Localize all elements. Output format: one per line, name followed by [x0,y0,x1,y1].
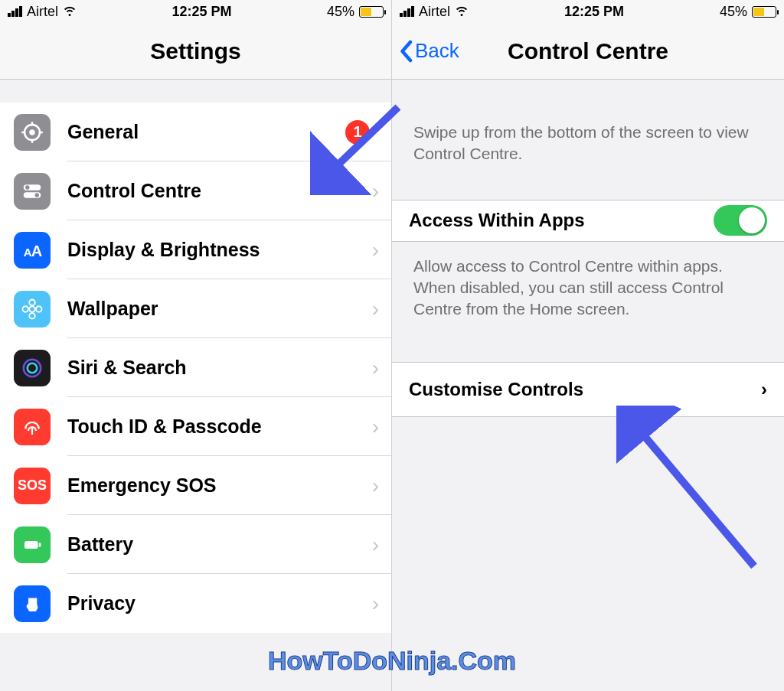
svg-point-16 [36,306,42,312]
customise-controls-row[interactable]: Customise Controls › [392,362,784,417]
chevron-right-icon: › [372,238,379,262]
watermark-text: HowToDoNinja.Com [0,646,784,676]
text-size-icon: AA [14,232,51,269]
svg-point-1 [29,129,35,135]
settings-row-battery[interactable]: Battery › [0,515,391,574]
swipe-description: Swipe up from the bottom of the screen t… [392,80,784,200]
battery-full-icon [14,526,51,563]
settings-row-touchid[interactable]: Touch ID & Passcode › [0,397,391,456]
chevron-right-icon: › [372,474,379,498]
svg-text:A: A [31,242,42,259]
back-button[interactable]: Back [398,23,459,79]
svg-point-12 [29,306,35,312]
page-title: Settings [150,38,240,64]
svg-point-14 [29,313,35,319]
control-centre-screen: Airtel 12:25 PM 45% Back Control Centre … [392,0,784,691]
chevron-right-icon: › [372,356,379,380]
access-description: Allow access to Control Centre within ap… [392,242,784,339]
cell-signal-icon [400,6,414,17]
svg-point-18 [28,363,38,373]
row-label: General [67,121,345,143]
battery-percent: 45% [327,4,354,20]
svg-point-17 [24,359,41,376]
battery-icon [752,6,776,18]
access-label: Access Within Apps [409,210,714,231]
back-label: Back [415,39,459,63]
battery-icon [359,6,384,18]
settings-row-emergency[interactable]: SOS Emergency SOS › [0,456,391,515]
fingerprint-icon [14,409,51,445]
battery-percent: 45% [720,4,747,20]
access-toggle[interactable] [714,205,767,236]
svg-rect-19 [24,541,38,549]
access-within-apps-row[interactable]: Access Within Apps [392,200,784,242]
settings-row-siri[interactable]: Siri & Search › [0,338,391,397]
settings-screen: Airtel 12:25 PM 45% Settings General 1 [0,0,392,691]
customise-label: Customise Controls [409,379,583,400]
gear-icon [14,114,51,151]
chevron-right-icon: › [372,297,379,321]
siri-icon [14,350,51,386]
row-label: Display & Brightness [67,239,372,261]
clock-time: 12:25 PM [564,4,624,20]
row-label: Control Centre [67,180,372,202]
svg-point-9 [35,193,40,197]
chevron-right-icon: › [372,533,379,557]
flower-icon [14,291,51,328]
chevron-right-icon: › [372,592,379,616]
settings-header: Settings [0,23,391,80]
page-title: Control Centre [508,38,668,64]
row-label: Privacy [67,592,372,614]
wifi-icon [455,3,469,21]
row-label: Siri & Search [67,357,372,379]
settings-row-display[interactable]: AA Display & Brightness › [0,220,391,279]
settings-row-general[interactable]: General 1 [0,103,391,161]
chevron-left-icon [398,40,413,63]
status-bar: Airtel 12:25 PM 45% [392,0,784,23]
svg-rect-20 [39,543,41,546]
status-bar: Airtel 12:25 PM 45% [0,0,391,23]
carrier-label: Airtel [419,4,450,20]
row-label: Touch ID & Passcode [67,416,372,438]
chevron-right-icon: › [372,179,379,204]
notification-badge: 1 [345,120,370,145]
svg-point-7 [25,185,30,190]
control-centre-header: Back Control Centre [392,23,784,80]
sos-icon: SOS [14,468,51,504]
settings-row-control-centre[interactable]: Control Centre › [0,161,391,220]
row-label: Wallpaper [67,298,372,320]
settings-list: General 1 Control Centre › AA Display & … [0,103,391,633]
row-label: Battery [67,533,372,556]
chevron-right-icon: › [761,379,767,400]
toggles-icon [14,173,51,210]
settings-row-privacy[interactable]: Privacy › [0,574,391,633]
chevron-right-icon: › [372,415,379,439]
cell-signal-icon [8,6,22,17]
wifi-icon [63,3,77,21]
svg-point-13 [29,299,35,305]
hand-icon [14,585,51,622]
settings-row-wallpaper[interactable]: Wallpaper › [0,279,391,338]
clock-time: 12:25 PM [172,4,231,20]
svg-point-15 [23,306,29,312]
row-label: Emergency SOS [67,474,372,497]
carrier-label: Airtel [27,4,58,20]
